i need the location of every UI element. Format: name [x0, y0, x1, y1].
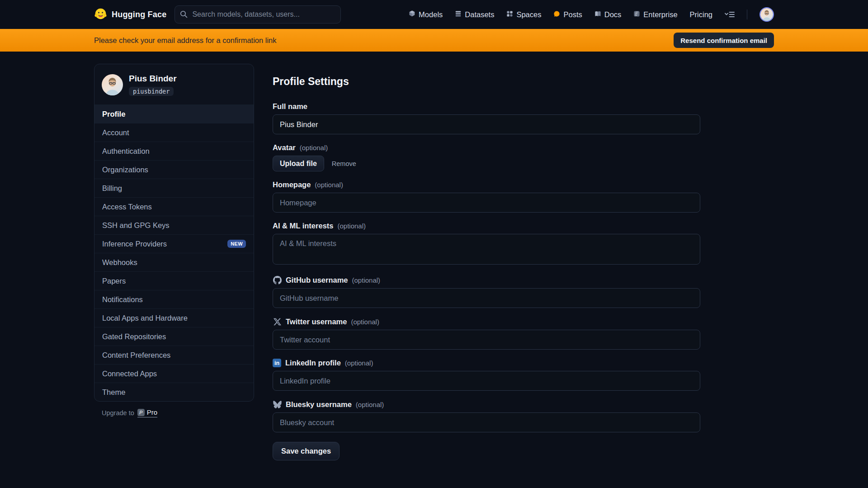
- new-badge: NEW: [227, 240, 246, 248]
- optional-hint: (optional): [300, 144, 328, 152]
- chat-bubble-icon: [553, 10, 560, 19]
- upload-file-button[interactable]: Upload file: [273, 156, 324, 171]
- sidebar-item-theme[interactable]: Theme: [94, 383, 254, 401]
- nav-link-models[interactable]: Models: [409, 10, 443, 19]
- nav-link-label: Docs: [604, 10, 622, 19]
- nav-link-enterprise[interactable]: Enterprise: [633, 10, 677, 19]
- github-label: GitHub username: [286, 276, 348, 284]
- resend-confirmation-button[interactable]: Resend confirmation email: [674, 33, 774, 48]
- book-icon: [594, 10, 601, 19]
- sidebar-item-connected-apps[interactable]: Connected Apps: [94, 364, 254, 383]
- nav-link-label: Models: [419, 10, 443, 19]
- username-badge: piusbinder: [129, 87, 174, 96]
- homepage-group: Homepage (optional): [273, 180, 700, 213]
- interests-group: AI & ML interests (optional): [273, 222, 700, 266]
- search-icon: [180, 10, 188, 20]
- enterprise-icon: [633, 10, 640, 19]
- search-input[interactable]: [175, 5, 341, 24]
- interests-textarea[interactable]: [273, 234, 700, 265]
- sidebar-avatar: [102, 74, 123, 95]
- nav-link-posts[interactable]: Posts: [553, 10, 582, 19]
- sidebar-item-notifications[interactable]: Notifications: [94, 290, 254, 308]
- linkedin-group: in LinkedIn profile (optional): [273, 359, 700, 391]
- homepage-label: Homepage: [273, 180, 311, 189]
- linkedin-input[interactable]: [273, 371, 700, 391]
- sidebar-item-ssh-gpg-keys[interactable]: SSH and GPG Keys: [94, 216, 254, 234]
- nav-link-pricing[interactable]: Pricing: [690, 10, 712, 19]
- remove-avatar-link[interactable]: Remove: [332, 160, 356, 167]
- optional-hint: (optional): [356, 401, 384, 408]
- pro-badge-icon: P: [137, 409, 145, 416]
- sidebar-item-webhooks[interactable]: Webhooks: [94, 253, 254, 271]
- upgrade-row: Upgrade to P Pro: [102, 408, 254, 417]
- upgrade-prefix: Upgrade to: [102, 409, 134, 417]
- grid-icon: [506, 10, 513, 19]
- nav-link-docs[interactable]: Docs: [594, 10, 622, 19]
- x-icon: [273, 317, 282, 326]
- optional-hint: (optional): [337, 222, 366, 230]
- optional-hint: (optional): [345, 359, 373, 367]
- nav-link-datasets[interactable]: Datasets: [455, 10, 494, 19]
- full-name-input[interactable]: [273, 114, 700, 134]
- top-navbar: Hugging Face Models Datasets: [0, 0, 868, 29]
- avatar-group: Avatar (optional) Upload file Remove: [273, 143, 700, 171]
- github-icon: [273, 275, 282, 284]
- user-full-name: Pius Binder: [129, 74, 177, 84]
- optional-hint: (optional): [352, 276, 381, 284]
- nav-divider: [747, 9, 747, 19]
- github-input[interactable]: [273, 288, 700, 308]
- sidebar-item-profile[interactable]: Profile: [94, 104, 254, 123]
- sidebar-item-organizations[interactable]: Organizations: [94, 160, 254, 179]
- homepage-input[interactable]: [273, 193, 700, 213]
- optional-hint: (optional): [315, 181, 343, 189]
- nav-link-label: Enterprise: [643, 10, 677, 19]
- hugging-face-logo[interactable]: Hugging Face: [94, 7, 166, 22]
- twitter-group: Twitter username (optional): [273, 317, 700, 350]
- avatar-label: Avatar: [273, 143, 296, 152]
- nav-link-label: Posts: [563, 10, 582, 19]
- nav-links: Models Datasets Spaces Posts Docs: [409, 7, 774, 22]
- nav-link-label: Spaces: [516, 10, 541, 19]
- optional-hint: (optional): [351, 318, 379, 326]
- full-name-group: Full name: [273, 102, 700, 134]
- linkedin-icon: in: [273, 359, 281, 367]
- hugging-face-emoji-icon: [94, 7, 107, 22]
- bluesky-label: Bluesky username: [286, 400, 352, 409]
- search-box: [175, 5, 341, 24]
- interests-label: AI & ML interests: [273, 222, 333, 230]
- profile-settings-panel: Profile Settings Full name Avatar (optio…: [273, 64, 700, 460]
- twitter-input[interactable]: [273, 330, 700, 350]
- nav-link-label: Datasets: [465, 10, 494, 19]
- sidebar-item-local-apps-hardware[interactable]: Local Apps and Hardware: [94, 308, 254, 327]
- sidebar-user-card: Pius Binder piusbinder: [94, 64, 254, 104]
- page: Hugging Face Models Datasets: [0, 0, 868, 488]
- cube-icon: [409, 10, 415, 19]
- bluesky-input[interactable]: [273, 412, 700, 432]
- email-confirmation-banner: Please check your email address for a co…: [0, 29, 868, 52]
- upgrade-pro-link[interactable]: P Pro: [137, 408, 157, 417]
- save-changes-button[interactable]: Save changes: [273, 442, 340, 460]
- bluesky-group: Bluesky username (optional): [273, 400, 700, 432]
- bluesky-icon: [273, 400, 282, 409]
- linkedin-label: LinkedIn profile: [285, 359, 341, 367]
- sidebar-item-gated-repositories[interactable]: Gated Repositories: [94, 327, 254, 346]
- database-icon: [455, 10, 462, 19]
- full-name-label: Full name: [273, 102, 307, 111]
- sidebar-item-content-preferences[interactable]: Content Preferences: [94, 346, 254, 364]
- more-menu-icon[interactable]: [725, 11, 735, 18]
- banner-message: Please check your email address for a co…: [94, 36, 277, 45]
- twitter-label: Twitter username: [286, 317, 347, 326]
- sidebar-item-access-tokens[interactable]: Access Tokens: [94, 197, 254, 216]
- sidebar-item-papers[interactable]: Papers: [94, 271, 254, 290]
- sidebar-item-authentication[interactable]: Authentication: [94, 142, 254, 160]
- brand-name: Hugging Face: [112, 10, 166, 19]
- settings-sidebar: Pius Binder piusbinder Profile Account A…: [94, 64, 254, 417]
- sidebar-item-inference-providers[interactable]: Inference Providers NEW: [94, 234, 254, 253]
- sidebar-item-billing[interactable]: Billing: [94, 179, 254, 197]
- github-group: GitHub username (optional): [273, 275, 700, 308]
- sidebar-item-account[interactable]: Account: [94, 123, 254, 142]
- user-avatar[interactable]: [760, 7, 774, 22]
- nav-link-spaces[interactable]: Spaces: [506, 10, 541, 19]
- nav-link-label: Pricing: [690, 10, 712, 19]
- page-title: Profile Settings: [273, 76, 700, 88]
